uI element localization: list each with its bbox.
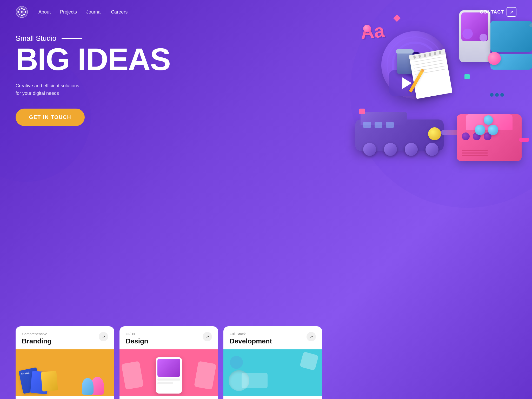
plug-shape [519,138,529,142]
design-title: Design [126,337,148,345]
dial-1 [462,132,470,140]
svg-point-8 [19,9,20,10]
nav-link-careers[interactable]: Careers [111,9,128,15]
wheel-4 [425,143,438,156]
nav-links: About Projects Journal Careers [38,9,128,15]
svg-point-7 [17,11,19,13]
design-card-header: UI/UX Design ↗ [119,326,218,349]
machine-vents [462,150,488,156]
branding-card-header: Comprehensive Branding ↗ [16,326,114,349]
hero-description: Creative and efficient solutions for you… [16,82,197,97]
svg-point-9 [21,11,23,13]
nav-link-journal[interactable]: Journal [86,9,102,15]
branding-card: Comprehensive Branding ↗ Brand [16,326,114,399]
design-arrow-icon[interactable]: ↗ [203,332,212,341]
cards-section: Comprehensive Branding ↗ Brand [0,326,532,399]
development-card: Full Stack Development ↗ [223,326,322,399]
dev-arrow-icon[interactable]: ↗ [307,332,316,341]
dev-circle-2 [230,356,243,369]
brand-figure-2 [82,378,94,395]
branding-card-image: Brand [16,349,114,396]
blue-orb-1 [475,125,485,135]
design-card: UI/UX Design ↗ [119,326,218,399]
design-card-shape-left [121,361,144,390]
branding-arrow-icon[interactable]: ↗ [99,332,108,341]
wheel-2 [384,143,397,156]
design-phone-mockup [156,357,182,394]
dev-card-text: Full Stack Development [230,332,272,345]
nav-item-about[interactable]: About [38,9,51,15]
nav-left: About Projects Journal Careers [16,6,128,18]
design-category: UI/UX [126,332,148,336]
phone-bar-1 [157,378,180,381]
dev-category: Full Stack [230,332,272,336]
yellow-orb [428,127,441,140]
branding-category: Comprehensive [22,332,51,336]
design-card-text: UI/UX Design [126,332,148,345]
hero-section: Small Studio BIG IDEAS Creative and effi… [0,24,532,126]
svg-point-3 [25,11,26,13]
dev-rect-1 [242,373,268,388]
svg-point-5 [21,15,23,16]
wheel-1 [363,143,376,156]
navigation: About Projects Journal Careers CONTACT ↗ [0,0,532,24]
dev-square-1 [300,351,318,370]
dev-title: Development [230,337,272,345]
nav-link-projects[interactable]: Projects [60,9,77,15]
logo-icon[interactable] [16,6,28,18]
svg-point-2 [23,9,25,10]
hero-subtitle: Small Studio [16,34,197,43]
hero-text: Small Studio BIG IDEAS Creative and effi… [16,34,197,126]
contact-label: CONTACT [480,9,504,15]
branding-title: Branding [22,337,51,345]
vent-3 [462,155,488,156]
hero-desc-line2: for your digital needs [16,91,59,96]
nav-item-projects[interactable]: Projects [60,9,77,15]
svg-point-1 [21,8,23,9]
contact-arrow-icon: ↗ [507,7,516,17]
cta-button[interactable]: GET IN TOUCH [16,109,85,126]
phone-bar-2 [157,382,173,384]
blue-orb-2 [488,125,498,135]
branding-card-text: Comprehensive Branding [22,332,51,345]
vent-1 [462,150,488,151]
contact-button[interactable]: CONTACT ↗ [480,7,516,17]
nav-item-journal[interactable]: Journal [86,9,102,15]
svg-point-4 [23,14,25,15]
page-wrapper: About Projects Journal Careers CONTACT ↗… [0,0,532,399]
dev-card-header: Full Stack Development ↗ [223,326,322,349]
phone-screen-inner [157,359,180,377]
svg-point-6 [19,14,20,15]
hero-title: BIG IDEAS [16,44,197,75]
hero-desc-line1: Creative and efficient solutions [16,83,79,88]
wheel-3 [405,143,418,156]
design-card-shape-right [194,361,216,390]
design-card-image [119,349,218,396]
nav-link-about[interactable]: About [38,9,51,15]
vent-2 [462,152,488,154]
brand-book-3 [41,371,58,392]
nav-item-careers[interactable]: Careers [111,9,128,15]
dev-card-image [223,349,322,396]
